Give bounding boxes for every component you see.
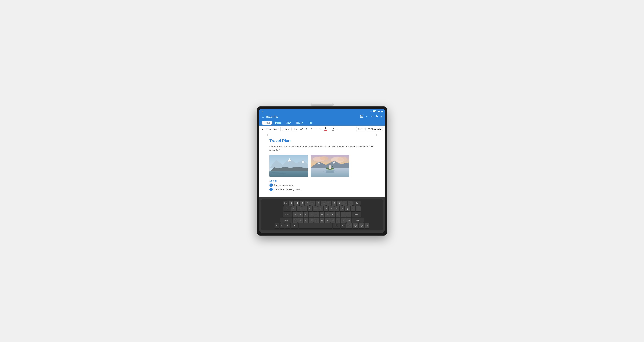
key-k[interactable]: K bbox=[330, 212, 335, 217]
key-home[interactable]: ◄Home bbox=[346, 223, 352, 228]
redo-button[interactable] bbox=[370, 115, 373, 119]
key-f[interactable]: F bbox=[309, 212, 314, 217]
bold-button[interactable]: B bbox=[310, 127, 314, 131]
key-del[interactable]: Del bbox=[353, 201, 360, 206]
key-tab[interactable]: Tab bbox=[284, 206, 291, 211]
key-fn[interactable]: Fn bbox=[280, 223, 284, 228]
highlight-dropdown[interactable]: ▼ bbox=[336, 128, 338, 130]
tab-pen[interactable]: Pen bbox=[306, 121, 315, 125]
tab-view[interactable]: View bbox=[284, 121, 293, 125]
key-q[interactable]: Q bbox=[292, 206, 296, 211]
tab-review[interactable]: Review bbox=[294, 121, 306, 125]
key-4[interactable]: $4 bbox=[305, 201, 310, 206]
key-l[interactable]: L bbox=[336, 212, 340, 217]
key-3[interactable]: #3 bbox=[300, 201, 304, 206]
key-h[interactable]: H bbox=[320, 212, 324, 217]
font-size-control[interactable]: 11 ▼ bbox=[292, 127, 298, 131]
key-lbracket[interactable]: { bbox=[345, 206, 350, 211]
italic-button[interactable]: I bbox=[314, 127, 318, 131]
key-8[interactable]: *8 bbox=[326, 201, 331, 206]
key-c[interactable]: C bbox=[304, 218, 308, 223]
key-pgdn[interactable]: ▼PgDn bbox=[359, 223, 364, 228]
key-w[interactable]: W bbox=[297, 206, 302, 211]
image-island[interactable] bbox=[310, 155, 349, 177]
format-painter-button[interactable]: 🖌 Format Painter bbox=[261, 127, 279, 131]
font-grow-button[interactable]: A+ bbox=[299, 127, 304, 131]
key-gt[interactable]: > bbox=[336, 218, 340, 223]
key-quote[interactable]: " bbox=[346, 212, 351, 217]
key-e[interactable]: E bbox=[302, 206, 307, 211]
more-button[interactable]: ⋮ bbox=[338, 127, 343, 131]
key-9[interactable]: (9 bbox=[332, 201, 336, 206]
key-end[interactable]: End► bbox=[365, 223, 370, 228]
font-color-bar bbox=[324, 130, 327, 131]
key-s[interactable]: S bbox=[298, 212, 303, 217]
key-r[interactable]: R bbox=[308, 206, 312, 211]
save-button[interactable] bbox=[360, 115, 363, 119]
font-selector[interactable]: Arial ▼ bbox=[282, 127, 290, 131]
key-u[interactable]: U bbox=[324, 206, 328, 211]
key-a[interactable]: A bbox=[293, 212, 298, 217]
key-g[interactable]: G bbox=[314, 212, 319, 217]
key-m[interactable]: M bbox=[325, 218, 330, 223]
key-2[interactable]: ◄►2 bbox=[294, 201, 299, 206]
key-n[interactable]: N bbox=[320, 218, 324, 223]
svg-rect-32 bbox=[327, 167, 327, 169]
key-alt-left[interactable]: Alt bbox=[291, 223, 298, 228]
font-color-dropdown[interactable]: ▼ bbox=[328, 128, 330, 130]
tab-insert[interactable]: Insert bbox=[273, 121, 283, 125]
close-button[interactable]: ✕ bbox=[380, 115, 382, 118]
key-equals[interactable]: += bbox=[348, 201, 352, 206]
key-o[interactable]: O bbox=[334, 206, 339, 211]
scene: ✦ 08:08 ☰ Travel Plan bbox=[253, 106, 391, 236]
corner-tr bbox=[375, 134, 377, 136]
key-semicolon[interactable]: : bbox=[341, 212, 346, 217]
key-7[interactable]: &7 bbox=[321, 201, 326, 206]
undo-button[interactable] bbox=[365, 115, 368, 119]
alignment-dropdown[interactable]: Alignment ▶ bbox=[366, 127, 383, 131]
key-t[interactable]: T bbox=[313, 206, 318, 211]
key-00[interactable]: 0·0 bbox=[346, 218, 351, 223]
font-color-button[interactable]: A bbox=[324, 127, 328, 131]
key-5[interactable]: %5 bbox=[310, 201, 315, 206]
key-d[interactable]: D bbox=[304, 212, 308, 217]
key-ctrl-left[interactable]: Ctrl bbox=[274, 223, 279, 228]
underline-button[interactable]: U bbox=[318, 127, 322, 131]
menu-icon[interactable]: ☰ bbox=[262, 115, 264, 118]
key-space[interactable] bbox=[299, 223, 332, 228]
key-minus[interactable]: _- bbox=[342, 201, 347, 206]
key-enter[interactable]: Enter bbox=[352, 212, 361, 217]
highlight-button[interactable]: A bbox=[331, 127, 335, 131]
key-shift-right[interactable]: Shift bbox=[352, 218, 364, 223]
key-ctrl-right[interactable]: Ctrl bbox=[341, 223, 346, 228]
key-i[interactable]: I bbox=[329, 206, 334, 211]
key-esc[interactable]: Esc bbox=[284, 201, 288, 206]
svg-rect-14 bbox=[269, 171, 308, 177]
key-slash[interactable]: ? bbox=[341, 218, 346, 223]
key-v[interactable]: V bbox=[309, 218, 314, 223]
key-z[interactable]: Z bbox=[293, 218, 298, 223]
key-b[interactable]: B bbox=[314, 218, 319, 223]
key-win[interactable]: ⊞ bbox=[285, 223, 290, 228]
key-rbracket[interactable]: } bbox=[350, 206, 355, 211]
key-pgup[interactable]: ▲PgUp bbox=[352, 223, 358, 228]
document-content: Travel Plan Get up at 5:30 and hit the r… bbox=[259, 132, 385, 197]
key-j[interactable]: J bbox=[325, 212, 330, 217]
key-p[interactable]: P bbox=[340, 206, 344, 211]
key-alt-right[interactable]: Alt bbox=[333, 223, 340, 228]
wifi-icon bbox=[261, 110, 264, 113]
key-backslash[interactable]: | bbox=[356, 206, 360, 211]
image-mountain[interactable] bbox=[269, 155, 308, 177]
key-1[interactable]: ◄1 bbox=[289, 201, 294, 206]
key-y[interactable]: Y bbox=[318, 206, 323, 211]
tab-home[interactable]: Home bbox=[262, 121, 272, 125]
refresh-button[interactable] bbox=[375, 115, 378, 119]
key-caps[interactable]: Caps bbox=[283, 212, 292, 217]
key-shift-left[interactable]: Shift bbox=[280, 218, 292, 223]
key-x[interactable]: X bbox=[298, 218, 303, 223]
key-lt[interactable]: < bbox=[330, 218, 335, 223]
font-shrink-button[interactable]: A- bbox=[305, 127, 308, 130]
key-0[interactable]: )0 bbox=[337, 201, 342, 206]
key-6[interactable]: ^6 bbox=[316, 201, 320, 206]
style-dropdown[interactable]: Style ▼ bbox=[356, 127, 366, 131]
